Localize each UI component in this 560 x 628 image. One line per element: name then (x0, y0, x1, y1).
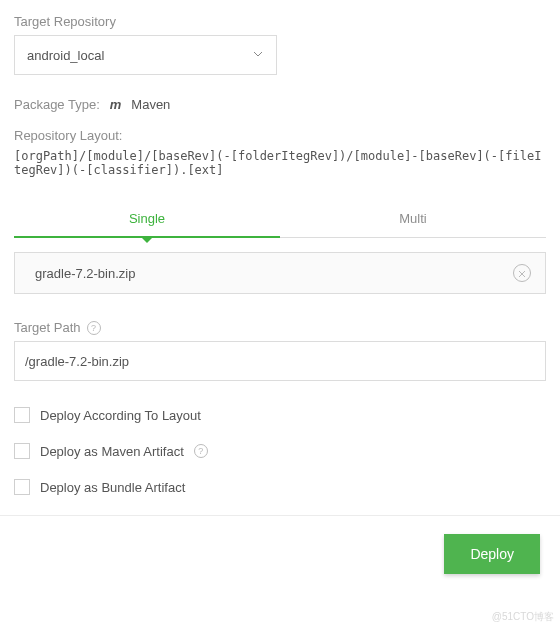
help-icon[interactable]: ? (87, 321, 101, 335)
deploy-bundle-label: Deploy as Bundle Artifact (40, 480, 185, 495)
tab-multi[interactable]: Multi (280, 201, 546, 237)
target-repo-select[interactable]: android_local (14, 35, 277, 75)
clear-file-button[interactable] (513, 264, 531, 282)
help-icon[interactable]: ? (194, 444, 208, 458)
checkbox-icon (14, 407, 30, 423)
deploy-button[interactable]: Deploy (444, 534, 540, 574)
tab-single[interactable]: Single (14, 201, 280, 238)
target-repo-label: Target Repository (14, 14, 546, 29)
target-path-label: Target Path (14, 320, 81, 335)
chevron-down-icon (252, 48, 264, 63)
target-repo-value: android_local (27, 48, 104, 63)
maven-icon: m (110, 97, 122, 112)
target-path-label-row: Target Path ? (14, 320, 546, 335)
deploy-maven-row[interactable]: Deploy as Maven Artifact ? (14, 443, 546, 459)
repo-layout-value: [orgPath]/[module]/[baseRev](-[folderIte… (14, 149, 546, 177)
deploy-layout-label: Deploy According To Layout (40, 408, 201, 423)
checkbox-icon (14, 443, 30, 459)
divider (0, 515, 560, 516)
file-name: gradle-7.2-bin.zip (29, 266, 513, 281)
package-type-value: Maven (131, 97, 170, 112)
deploy-bundle-row[interactable]: Deploy as Bundle Artifact (14, 479, 546, 495)
deploy-layout-row[interactable]: Deploy According To Layout (14, 407, 546, 423)
upload-tabs: Single Multi (14, 201, 546, 238)
target-path-input[interactable] (14, 341, 546, 381)
package-type-row: Package Type: m Maven (14, 97, 546, 112)
deploy-maven-label: Deploy as Maven Artifact (40, 444, 184, 459)
footer: Deploy (14, 534, 546, 574)
checkbox-icon (14, 479, 30, 495)
uploaded-file: gradle-7.2-bin.zip (14, 252, 546, 294)
package-type-label: Package Type: (14, 97, 100, 112)
close-icon (518, 266, 526, 281)
repo-layout-label: Repository Layout: (14, 128, 546, 143)
